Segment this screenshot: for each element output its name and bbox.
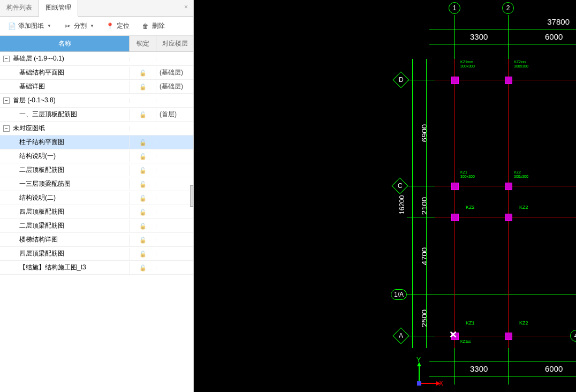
close-button[interactable]: × [179, 0, 193, 16]
cad-viewport[interactable]: 1 2 3 4 D C 1/A A 37800 3300 6000 6000 7… [194, 0, 576, 392]
expander-icon[interactable]: − [3, 125, 10, 132]
lock-cell[interactable]: 🔓 [129, 262, 156, 274]
tree-row[interactable]: 基础详图🔓(基础层) [0, 80, 193, 94]
tree-item-label: 结构说明(一) [19, 152, 56, 161]
lock-cell[interactable]: 🔓 [129, 234, 156, 246]
tree-row[interactable]: −基础层 (-1.9~-0.1) [0, 52, 193, 66]
locate-button[interactable]: 📍 定位 [103, 20, 133, 32]
resize-handle[interactable] [190, 185, 193, 207]
red-line [508, 59, 509, 348]
tab-components[interactable]: 构件列表 [0, 0, 39, 16]
grid-line [407, 295, 576, 295]
lock-icon: 🔓 [139, 181, 147, 187]
lock-icon: 🔓 [139, 111, 147, 118]
col-detail: KZ2xxx300x300 [514, 60, 528, 68]
lock-cell[interactable]: 🔓 [129, 220, 156, 232]
dim-line [429, 44, 576, 44]
dim-bot-1: 3300 [470, 364, 488, 373]
tree-name-cell: 柱子结构平面图 [0, 135, 129, 149]
col-label: KZ2 [519, 205, 528, 210]
tree-item-label: 一、三层顶板配筋图 [19, 110, 77, 119]
dim-line [429, 29, 576, 29]
lock-cell [129, 99, 156, 103]
dim-line [429, 361, 576, 361]
tree-item-label: 柱子结构平面图 [19, 138, 64, 147]
tree-item-label: 结构说明(二) [19, 193, 56, 202]
column [505, 214, 512, 221]
tree-row[interactable]: 【结施】结构施工图_t3🔓 [0, 261, 193, 275]
tree-row[interactable]: 二层顶板配筋图🔓 [0, 163, 193, 177]
dim-bot-2: 6000 [545, 364, 563, 373]
grid-bubble-2: 2 [502, 2, 514, 14]
lock-cell[interactable]: 🔓 [129, 137, 156, 148]
lock-cell[interactable]: 🔓 [129, 81, 156, 93]
tree-row[interactable]: 一、三层顶板配筋图🔓(首层) [0, 108, 193, 122]
cross-mark: ✕ [449, 329, 457, 341]
toolbar: 📄 添加图纸 ▼ ✂ 分割 ▼ 📍 定位 🗑 删除 [0, 17, 193, 36]
tab-drawings[interactable]: 图纸管理 [39, 0, 78, 17]
tree-item-label: 基础结构平面图 [19, 68, 64, 77]
tree-row[interactable]: 二层顶梁配筋图🔓 [0, 219, 193, 233]
axis-origin [417, 381, 421, 386]
dropdown-icon: ▼ [90, 24, 94, 28]
lock-cell[interactable]: 🔓 [129, 248, 156, 260]
col-detail: KZ1xxx300x300 [460, 60, 475, 68]
tree-name-cell: 四层顶梁配筋图 [0, 247, 129, 260]
tree-row[interactable]: 结构说明(一)🔓 [0, 149, 193, 163]
drawing-tree[interactable]: −基础层 (-1.9~-0.1)基础结构平面图🔓(基础层)基础详图🔓(基础层)−… [0, 52, 193, 392]
tree-name-cell: 四层顶板配筋图 [0, 205, 129, 218]
floor-cell [156, 266, 193, 270]
lock-cell[interactable]: 🔓 [129, 178, 156, 190]
tree-row[interactable]: 柱子结构平面图🔓 [0, 135, 193, 149]
floor-cell [156, 168, 193, 172]
col-floor-header[interactable]: 对应楼层 [156, 36, 193, 51]
lock-cell[interactable]: 🔓 [129, 192, 156, 204]
grid-bubble-c: C [391, 177, 408, 194]
lock-icon: 🔓 [139, 167, 147, 174]
lock-cell[interactable]: 🔓 [129, 206, 156, 218]
floor-cell [156, 182, 193, 186]
lock-cell[interactable]: 🔓 [129, 67, 156, 79]
floor-cell [156, 210, 193, 214]
dropdown-icon: ▼ [47, 24, 51, 28]
delete-icon: 🗑 [141, 22, 150, 31]
col-lock-header[interactable]: 锁定 [129, 36, 156, 51]
tree-row[interactable]: 楼梯结构详图🔓 [0, 233, 193, 247]
grid-bubble-4b: 4 [570, 330, 576, 342]
tree-row[interactable]: 一三层顶梁配筋图🔓 [0, 177, 193, 191]
col-detail: KZ1300x300 [460, 170, 475, 178]
expander-icon[interactable]: − [3, 97, 10, 104]
tree-row[interactable]: 四层顶梁配筋图🔓 [0, 247, 193, 261]
locate-icon: 📍 [106, 22, 115, 31]
lock-cell [129, 57, 156, 61]
add-icon: 📄 [7, 22, 16, 31]
delete-button[interactable]: 🗑 删除 [138, 20, 168, 32]
dim-left-1: 6900 [420, 124, 429, 142]
axis-label-y: Y [416, 356, 421, 364]
add-label: 添加图纸 [18, 21, 44, 31]
lock-cell [129, 126, 156, 131]
col-label: KZ1 [466, 320, 475, 326]
split-button[interactable]: ✂ 分割 ▼ [60, 20, 97, 32]
tree-row[interactable]: 四层顶板配筋图🔓 [0, 205, 193, 219]
floor-cell [156, 99, 193, 103]
tree-row[interactable]: 结构说明(二)🔓 [0, 191, 193, 205]
column [451, 214, 459, 221]
add-drawing-button[interactable]: 📄 添加图纸 ▼ [4, 20, 55, 32]
lock-icon: 🔓 [139, 237, 147, 243]
tree-item-label: 四层顶梁配筋图 [19, 249, 64, 258]
axis-label-x: X [439, 380, 443, 387]
column [451, 77, 459, 84]
lock-cell[interactable]: 🔓 [129, 150, 156, 162]
tree-row[interactable]: −首层 (-0.1~3.8) [0, 94, 193, 108]
axis-x [419, 383, 437, 384]
tree-item-label: 首层 (-0.1~3.8) [13, 96, 56, 105]
tree-row[interactable]: 基础结构平面图🔓(基础层) [0, 66, 193, 80]
tree-item-label: 二层顶板配筋图 [19, 165, 64, 175]
lock-cell[interactable]: 🔓 [129, 164, 156, 176]
col-name-header[interactable]: 名称 [0, 36, 129, 51]
lock-cell[interactable]: 🔓 [129, 109, 156, 120]
tree-name-cell: 结构说明(一) [0, 149, 129, 163]
tree-row[interactable]: −未对应图纸 [0, 122, 193, 135]
expander-icon[interactable]: − [3, 56, 10, 62]
